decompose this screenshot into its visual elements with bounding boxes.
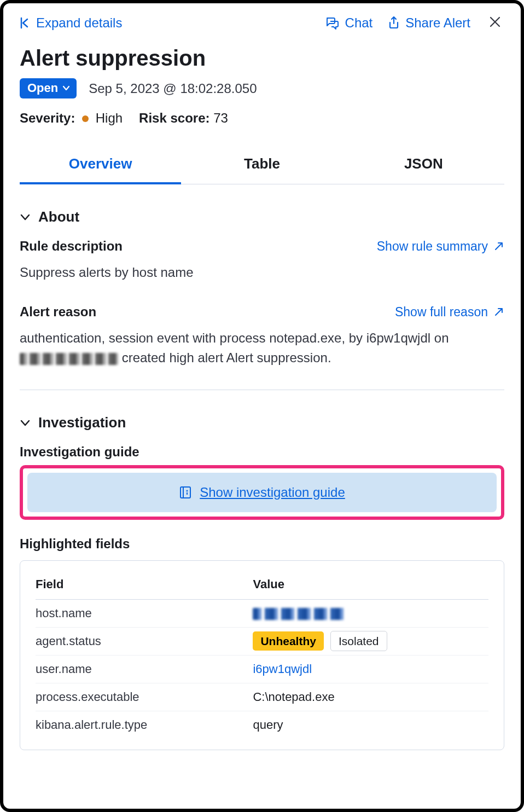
alert-title: Alert suppression	[20, 46, 504, 71]
rule-description-label: Rule description	[20, 239, 123, 254]
rule-description-text: Suppress alerts by host name	[20, 263, 504, 282]
redacted-hostname	[20, 353, 118, 365]
popout-arrow-icon	[493, 306, 504, 317]
highlighted-fields-table: Field Value host.nameagent.statusUnhealt…	[20, 560, 504, 750]
close-button[interactable]	[486, 16, 504, 30]
guide-book-icon	[179, 485, 192, 500]
chevron-down-icon	[62, 85, 70, 91]
show-investigation-guide-button[interactable]: Show investigation guide	[27, 473, 497, 512]
show-full-reason-link[interactable]: Show full reason	[395, 305, 504, 320]
table-header-field: Field	[36, 571, 253, 600]
expand-details-label: Expand details	[36, 15, 122, 31]
table-header-value: Value	[253, 571, 488, 600]
redacted-value	[253, 608, 346, 620]
chat-label: Chat	[345, 15, 373, 31]
table-row: user.namei6pw1qwjdl	[36, 656, 488, 683]
field-value[interactable]: i6pw1qwjdl	[253, 656, 488, 683]
alert-reason-text: authentication, session event with proce…	[20, 328, 504, 368]
risk-group: Risk score: 73	[139, 111, 228, 126]
highlighted-fields-label: Highlighted fields	[20, 536, 504, 552]
share-alert-label: Share Alert	[405, 15, 470, 31]
table-row: process.executableC:\notepad.exe	[36, 683, 488, 711]
field-name: user.name	[36, 656, 253, 683]
share-alert-button[interactable]: Share Alert	[388, 15, 470, 31]
severity-group: Severity: High	[20, 111, 123, 126]
tabs: Overview Table JSON	[20, 148, 504, 184]
status-badge-label: Open	[27, 81, 58, 95]
rule-summary-link-text: Show rule summary	[377, 239, 488, 254]
chevron-down-icon	[20, 213, 31, 221]
table-row: kibana.alert.rule.typequery	[36, 711, 488, 739]
svg-point-2	[187, 490, 188, 492]
field-value	[253, 600, 488, 628]
about-header: About	[38, 208, 79, 225]
table-row: host.name	[36, 600, 488, 628]
table-row: agent.statusUnhealthyIsolated	[36, 628, 488, 656]
popout-arrow-icon	[493, 241, 504, 252]
field-value: query	[253, 711, 488, 739]
close-icon	[489, 16, 501, 28]
about-section-toggle[interactable]: About	[20, 208, 504, 225]
tab-json[interactable]: JSON	[343, 148, 504, 184]
field-value: UnhealthyIsolated	[253, 628, 488, 656]
field-name: agent.status	[36, 628, 253, 656]
alert-reason-label: Alert reason	[20, 304, 96, 320]
timestamp: Sep 5, 2023 @ 18:02:28.050	[89, 81, 257, 96]
show-rule-summary-link[interactable]: Show rule summary	[377, 239, 504, 254]
investigation-section-toggle[interactable]: Investigation	[20, 414, 504, 431]
expand-left-icon	[20, 17, 31, 29]
chat-button[interactable]: Chat	[325, 15, 373, 31]
investigation-guide-label: Investigation guide	[20, 444, 504, 460]
chat-icon	[325, 16, 340, 30]
field-name: process.executable	[36, 683, 253, 711]
tab-table[interactable]: Table	[181, 148, 342, 184]
investigation-guide-highlight: Show investigation guide	[20, 465, 504, 520]
severity-value: High	[96, 111, 123, 125]
field-name: host.name	[36, 600, 253, 628]
tab-overview[interactable]: Overview	[20, 148, 181, 184]
severity-label: Severity:	[20, 111, 75, 125]
share-icon	[388, 16, 400, 30]
svg-rect-0	[181, 487, 190, 498]
field-name: kibana.alert.rule.type	[36, 711, 253, 739]
investigation-header: Investigation	[38, 414, 126, 431]
chevron-down-icon	[20, 419, 31, 427]
expand-details-button[interactable]: Expand details	[20, 15, 122, 31]
status-badge-open[interactable]: Open	[20, 78, 77, 98]
guide-button-text: Show investigation guide	[200, 485, 345, 500]
full-reason-link-text: Show full reason	[395, 305, 488, 320]
severity-dot-icon	[82, 115, 89, 122]
divider	[20, 390, 504, 390]
value-link[interactable]: i6pw1qwjdl	[253, 662, 312, 676]
status-badge-unhealthy: Unhealthy	[253, 631, 324, 651]
risk-label: Risk score:	[139, 111, 209, 125]
field-value: C:\notepad.exe	[253, 683, 488, 711]
risk-value: 73	[213, 111, 228, 125]
status-badge-isolated: Isolated	[330, 631, 387, 651]
